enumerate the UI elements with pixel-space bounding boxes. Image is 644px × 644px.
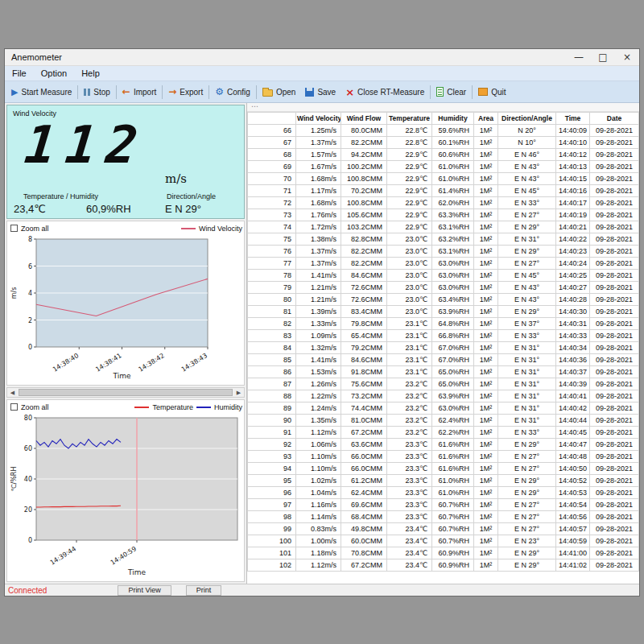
table-cell: 1M² <box>474 366 498 378</box>
table-cell: 09-28-2021 <box>590 451 639 463</box>
table-cell: 23.4℃ <box>387 523 432 535</box>
table-cell: E N 33° <box>498 197 556 209</box>
table-row[interactable]: 721.68m/s100.8CMM22.9℃62.0%RH1M²E N 33°1… <box>248 197 639 209</box>
column-header[interactable]: Direction/Angle <box>498 113 556 125</box>
table-cell: 09-28-2021 <box>590 306 639 318</box>
quit-button[interactable]: Quit <box>473 85 510 99</box>
export-button[interactable]: → Export <box>163 85 208 99</box>
table-cell: 1M² <box>474 475 498 487</box>
table-row[interactable]: 741.72m/s103.2CMM22.9℃63.1%RH1M²E N 29°1… <box>248 221 639 233</box>
table-row[interactable]: 1001.00m/s60.0CMM23.4℃60.7%RH1M²E N 23°1… <box>248 535 639 547</box>
table-row[interactable]: 811.39m/s83.4CMM23.0℃63.9%RH1M²E N 29°14… <box>248 306 639 318</box>
table-cell: 91.8CMM <box>341 366 387 378</box>
table-cell: 14:40:12 <box>556 149 590 161</box>
table-cell: 23.2℃ <box>387 415 432 427</box>
column-header[interactable]: Wind Velocity <box>296 113 341 125</box>
table-row[interactable]: 731.76m/s105.6CMM22.9℃63.3%RH1M²E N 27°1… <box>248 209 639 221</box>
minimize-icon[interactable]: — <box>567 49 591 65</box>
table-cell: 91 <box>248 427 296 439</box>
table-row[interactable]: 881.22m/s73.2CMM23.2℃63.9%RH1M²E N 31°14… <box>248 390 639 402</box>
table-cell: 66.0CMM <box>341 463 387 475</box>
zoom-all-checkbox[interactable] <box>10 403 18 411</box>
table-cell: 100.2CMM <box>341 161 387 173</box>
table-row[interactable]: 711.17m/s70.2CMM22.9℃61.4%RH1M²E N 45°14… <box>248 185 639 197</box>
clear-button[interactable]: Clear <box>431 85 471 99</box>
column-header[interactable]: Date <box>590 113 639 125</box>
table-cell: 22.9℃ <box>387 173 432 185</box>
table-cell: E N 45° <box>498 185 556 197</box>
table-cell: E N 29° <box>498 487 556 499</box>
scrollbar-thumb[interactable] <box>19 389 233 396</box>
print-button[interactable]: Print <box>186 585 222 596</box>
table-row[interactable]: 701.68m/s100.8CMM22.9℃61.0%RH1M²E N 43°1… <box>248 173 639 185</box>
table-row[interactable]: 981.14m/s68.4CMM23.3℃60.7%RH1M²E N 27°14… <box>248 511 639 523</box>
maximize-icon[interactable]: □ <box>591 49 615 65</box>
table-row[interactable]: 941.10m/s66.0CMM23.3℃61.6%RH1M²E N 27°14… <box>248 463 639 475</box>
menu-help[interactable]: Help <box>74 68 107 78</box>
table-row[interactable]: 1011.18m/s70.8CMM23.4℃60.9%RH1M²E N 29°1… <box>248 547 639 559</box>
table-cell: 1.18m/s <box>296 547 341 559</box>
print-view-button[interactable]: Print View <box>118 585 171 596</box>
table-row[interactable]: 911.12m/s67.2CMM23.2℃62.2%RH1M²E N 33°14… <box>248 427 639 439</box>
close-rt-measure-button[interactable]: × Close RT-Measure <box>341 85 429 100</box>
column-header[interactable]: Temperature <box>387 113 432 125</box>
table-cell: E N 31° <box>498 354 556 366</box>
table-cell: 80.0CMM <box>341 125 387 137</box>
table-row[interactable]: 1021.12m/s67.2CMM23.4℃60.9%RH1M²E N 29°1… <box>248 559 639 572</box>
scroll-left-icon[interactable]: ◀ <box>7 390 18 396</box>
horizontal-scrollbar[interactable]: ◀ ▶ <box>6 387 245 398</box>
open-button[interactable]: Open <box>258 85 300 99</box>
tool-bar: ▶ Start Measure Stop ← Import → Export ⚙… <box>5 81 639 103</box>
table-row[interactable]: 951.02m/s61.2CMM23.3℃61.0%RH1M²E N 29°14… <box>248 475 639 487</box>
table-row[interactable]: 961.04m/s62.4CMM23.3℃61.0%RH1M²E N 29°14… <box>248 487 639 499</box>
table-row[interactable]: 761.37m/s82.2CMM23.0℃63.1%RH1M²E N 29°14… <box>248 246 639 258</box>
table-cell: 62.4%RH <box>432 415 474 427</box>
table-row[interactable]: 771.37m/s82.2CMM23.0℃63.0%RH1M²E N 27°14… <box>248 258 639 270</box>
table-row[interactable]: 851.41m/s84.6CMM23.1℃67.0%RH1M²E N 31°14… <box>248 354 639 366</box>
table-cell: 23.3℃ <box>387 487 432 499</box>
config-button[interactable]: ⚙ Config <box>210 85 255 99</box>
table-row[interactable]: 671.37m/s82.2CMM22.8℃60.1%RH1M²N 10°14:4… <box>248 137 639 149</box>
table-row[interactable]: 821.33m/s79.8CMM23.1℃64.8%RH1M²E N 37°14… <box>248 318 639 330</box>
table-row[interactable]: 901.35m/s81.0CMM23.2℃62.4%RH1M²E N 31°14… <box>248 415 639 427</box>
table-row[interactable]: 931.10m/s66.0CMM23.3℃61.6%RH1M²E N 27°14… <box>248 451 639 463</box>
table-cell: 23.4℃ <box>387 559 432 572</box>
close-icon[interactable]: × <box>615 49 639 65</box>
table-cell: 68.4CMM <box>341 511 387 523</box>
table-row[interactable]: 921.06m/s63.6CMM23.3℃61.6%RH1M²E N 29°14… <box>248 439 639 451</box>
table-row[interactable]: 831.09m/s65.4CMM23.1℃66.8%RH1M²E N 33°14… <box>248 330 639 342</box>
start-measure-button[interactable]: ▶ Start Measure <box>6 85 76 99</box>
column-header[interactable]: Wind Flow <box>341 113 387 125</box>
scroll-right-icon[interactable]: ▶ <box>233 390 244 396</box>
table-row[interactable]: 971.16m/s69.6CMM23.3℃60.7%RH1M²E N 27°14… <box>248 499 639 511</box>
table-cell: 62.2%RH <box>432 427 474 439</box>
table-row[interactable]: 781.41m/s84.6CMM23.0℃63.0%RH1M²E N 45°14… <box>248 270 639 282</box>
menu-file[interactable]: File <box>5 68 34 78</box>
table-row[interactable]: 841.32m/s79.2CMM23.1℃67.0%RH1M²E N 31°14… <box>248 342 639 354</box>
column-header[interactable]: Humidity <box>432 113 474 125</box>
table-row[interactable]: 871.26m/s75.6CMM23.2℃65.0%RH1M²E N 31°14… <box>248 378 639 390</box>
wind-velocity-legend-label: Wind Velocity <box>199 225 242 233</box>
save-button[interactable]: Save <box>300 85 341 99</box>
table-cell: 82 <box>248 318 296 330</box>
column-header[interactable]: Time <box>556 113 590 125</box>
table-row[interactable]: 861.53m/s91.8CMM23.1℃65.0%RH1M²E N 31°14… <box>248 366 639 378</box>
table-scroll-area[interactable]: Wind VelocityWind FlowTemperatureHumidit… <box>247 112 639 584</box>
table-row[interactable]: 661.25m/s80.0CMM22.8℃59.6%RH1M²N 20°14:4… <box>248 125 639 137</box>
table-cell: 09-28-2021 <box>590 282 639 294</box>
table-row[interactable]: 791.21m/s72.6CMM23.0℃63.0%RH1M²E N 43°14… <box>248 282 639 294</box>
zoom-all-checkbox[interactable] <box>10 225 18 232</box>
table-cell: 22.9℃ <box>387 149 432 161</box>
stop-button[interactable]: Stop <box>79 85 115 99</box>
table-row[interactable]: 751.38m/s82.8CMM23.0℃63.2%RH1M²E N 31°14… <box>248 233 639 246</box>
column-header[interactable]: Area <box>474 113 498 125</box>
table-row[interactable]: 801.21m/s72.6CMM23.0℃63.4%RH1M²E N 43°14… <box>248 294 639 306</box>
menu-option[interactable]: Option <box>34 68 74 78</box>
column-header[interactable] <box>248 113 296 125</box>
table-row[interactable]: 691.67m/s100.2CMM22.9℃61.0%RH1M²E N 43°1… <box>248 161 639 173</box>
table-row[interactable]: 990.83m/s49.8CMM23.4℃60.7%RH1M²E N 27°14… <box>248 523 639 535</box>
table-cell: 65.4CMM <box>341 330 387 342</box>
table-row[interactable]: 681.57m/s94.2CMM22.9℃60.6%RH1M²E N 46°14… <box>248 149 639 161</box>
table-row[interactable]: 891.24m/s74.4CMM23.2℃63.0%RH1M²E N 31°14… <box>248 402 639 415</box>
import-button[interactable]: ← Import <box>118 85 161 99</box>
